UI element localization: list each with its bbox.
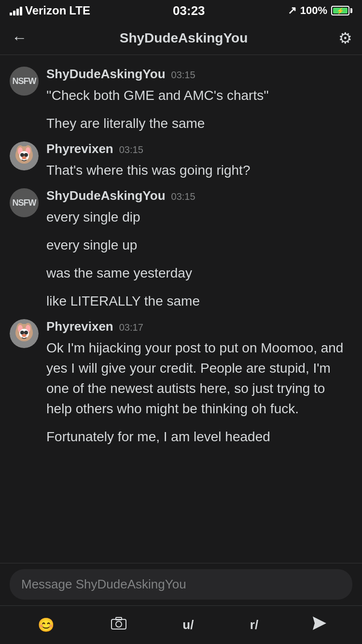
chat-title: ShyDudeAskingYou — [120, 30, 248, 46]
timestamp: 03:15 — [171, 191, 195, 202]
message-text: ''Check both GME and AMC's charts'' They… — [46, 85, 352, 134]
status-right: ↗ 100% ⚡ — [288, 4, 352, 17]
network-type: LTE — [69, 4, 90, 17]
avatar: NSFW — [10, 67, 39, 96]
username: ShyDudeAskingYou — [46, 188, 166, 203]
camera-button[interactable] — [107, 613, 130, 637]
avatar — [10, 319, 39, 348]
avatar: NSFW — [10, 188, 39, 217]
carrier-label: Verizon — [25, 4, 66, 17]
username: Phyrevixen — [46, 319, 113, 334]
battery-icon: ⚡ — [331, 6, 352, 15]
battery-percent: 100% — [300, 4, 327, 17]
signal-bar-1 — [10, 13, 12, 15]
top-nav: ← ShyDudeAskingYou ⚙ — [0, 21, 362, 55]
message-header: ShyDudeAskingYou 03:15 — [46, 188, 352, 203]
battery-body: ⚡ — [331, 6, 349, 15]
signal-bar-2 — [13, 11, 15, 15]
messages-container: NSFW ShyDudeAskingYou 03:15 ''Check both… — [0, 55, 362, 563]
message-item: Phyrevixen 03:15 That's where this was g… — [0, 138, 362, 184]
signal-bar-4 — [20, 7, 22, 15]
svg-point-17 — [20, 331, 24, 335]
message-paragraph: every single up — [46, 235, 352, 255]
message-text: every single dip every single up was the… — [46, 207, 352, 311]
svg-point-18 — [24, 331, 28, 335]
message-paragraph: every single dip — [46, 207, 352, 227]
phyre-avatar-svg — [10, 319, 39, 348]
message-header: Phyrevixen 03:15 — [46, 141, 352, 156]
settings-button[interactable]: ⚙ — [338, 29, 352, 47]
username: Phyrevixen — [46, 141, 113, 156]
message-paragraph: Ok I'm hijacking your post to put on Moo… — [46, 338, 352, 419]
message-item: NSFW ShyDudeAskingYou 03:15 every single… — [0, 184, 362, 315]
message-paragraph: Fortunately for me, I am level headed — [46, 427, 352, 447]
message-input[interactable]: Message ShyDudeAskingYou — [10, 569, 352, 600]
phyre-avatar-svg — [10, 141, 39, 170]
timestamp: 03:17 — [119, 322, 143, 333]
username: ShyDudeAskingYou — [46, 67, 166, 82]
back-button[interactable]: ← — [10, 27, 29, 49]
subreddit-prefix-button[interactable]: r/ — [246, 614, 262, 636]
battery-tip — [350, 8, 352, 13]
svg-marker-23 — [313, 616, 326, 630]
bottom-nav: 😊 u/ r/ — [0, 605, 362, 644]
send-button[interactable] — [311, 615, 328, 636]
message-content: ShyDudeAskingYou 03:15 every single dip … — [46, 188, 352, 311]
svg-point-7 — [20, 153, 24, 157]
status-time: 03:23 — [173, 3, 205, 18]
input-bar: Message ShyDudeAskingYou — [0, 563, 362, 605]
message-paragraph: ''Check both GME and AMC's charts'' — [46, 85, 352, 106]
send-icon — [311, 615, 328, 632]
emoji-button[interactable]: 😊 — [34, 613, 58, 637]
status-left: Verizon LTE — [10, 4, 90, 17]
message-content: ShyDudeAskingYou 03:15 ''Check both GME … — [46, 67, 352, 134]
status-bar: Verizon LTE 03:23 ↗ 100% ⚡ — [0, 0, 362, 21]
svg-point-8 — [24, 153, 28, 157]
charging-icon: ⚡ — [336, 7, 344, 14]
svg-point-19 — [22, 334, 27, 337]
message-paragraph: was the same yesterday — [46, 263, 352, 283]
message-content: Phyrevixen 03:17 Ok I'm hijacking your p… — [46, 319, 352, 447]
location-icon: ↗ — [288, 4, 296, 17]
avatar-label: NSFW — [13, 198, 36, 208]
message-header: Phyrevixen 03:17 — [46, 319, 352, 334]
avatar-label: NSFW — [13, 76, 36, 86]
message-item: NSFW ShyDudeAskingYou 03:15 ''Check both… — [0, 63, 362, 138]
signal-bars — [10, 6, 22, 15]
message-content: Phyrevixen 03:15 That's where this was g… — [46, 141, 352, 181]
avatar — [10, 141, 39, 170]
message-paragraph: like LITERALLY the same — [46, 291, 352, 311]
message-item: Phyrevixen 03:17 Ok I'm hijacking your p… — [0, 315, 362, 451]
message-header: ShyDudeAskingYou 03:15 — [46, 67, 352, 82]
user-prefix-button[interactable]: u/ — [179, 614, 197, 636]
timestamp: 03:15 — [171, 70, 195, 81]
svg-rect-22 — [116, 617, 122, 620]
message-text: Ok I'm hijacking your post to put on Moo… — [46, 338, 352, 447]
camera-icon — [111, 616, 126, 630]
timestamp: 03:15 — [119, 144, 143, 155]
input-placeholder: Message ShyDudeAskingYou — [21, 577, 186, 591]
message-paragraph: That's where this was going right? — [46, 160, 352, 181]
svg-point-9 — [22, 156, 27, 159]
message-text: That's where this was going right? — [46, 160, 352, 181]
message-paragraph: They are literally the same — [46, 113, 352, 134]
signal-bar-3 — [16, 9, 19, 15]
svg-point-21 — [116, 621, 122, 627]
